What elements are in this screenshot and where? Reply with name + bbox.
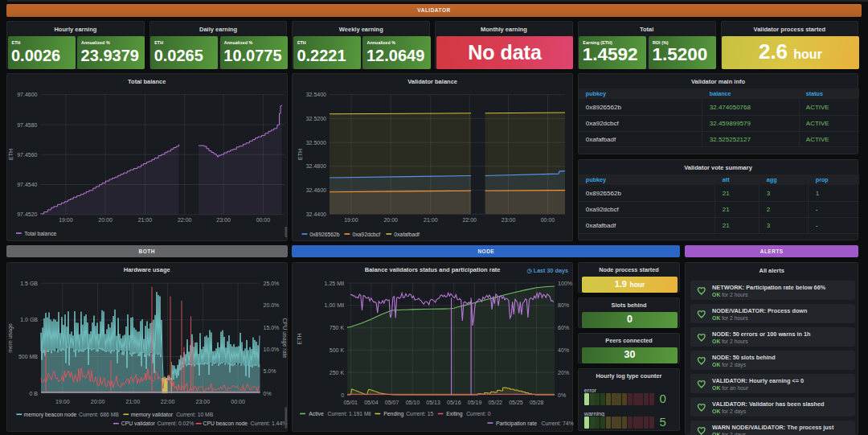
svg-text:Current: 0: Current: 0 (467, 411, 491, 417)
svg-text:19:00: 19:00 (59, 217, 73, 223)
svg-text:Pending: Pending (384, 411, 404, 417)
svg-text:97.4540: 97.4540 (17, 182, 37, 187)
svg-text:Current: 1.191 Mil: Current: 1.191 Mil (328, 411, 372, 417)
svg-text:Current: 686 MB: Current: 686 MB (79, 411, 119, 417)
svg-text:250 K: 250 K (330, 369, 345, 375)
svg-text:97.4520: 97.4520 (17, 211, 37, 217)
svg-text:00:00: 00:00 (541, 217, 555, 223)
svg-text:32.5200: 32.5200 (306, 116, 326, 121)
svg-text:0x8926562b: 0x8926562b (310, 232, 341, 237)
svg-text:23:00: 23:00 (196, 399, 211, 404)
svg-text:CPU validator: CPU validator (121, 421, 156, 426)
svg-text:0 B: 0 B (29, 390, 38, 396)
svg-text:1.0 GB: 1.0 GB (20, 317, 38, 322)
svg-text:0%: 0% (558, 392, 566, 397)
svg-text:32.5000: 32.5000 (306, 140, 326, 146)
svg-text:21:00: 21:00 (138, 217, 153, 223)
svg-text:19:00: 19:00 (55, 399, 70, 404)
svg-text:20:00: 20:00 (98, 217, 113, 223)
svg-text:97.4560: 97.4560 (17, 152, 37, 158)
svg-text:0%: 0% (264, 390, 272, 396)
svg-text:ETH: ETH (297, 149, 303, 160)
svg-text:00:00: 00:00 (231, 399, 245, 404)
svg-text:memory validator: memory validator (131, 411, 174, 417)
svg-text:00:00: 00:00 (256, 217, 271, 223)
svg-text:05/10: 05/10 (406, 400, 420, 405)
svg-text:5.0%: 5.0% (264, 368, 276, 374)
svg-text:23:00: 23:00 (216, 217, 231, 223)
svg-text:Current: 0.02%: Current: 0.02% (158, 421, 194, 426)
svg-text:25.0%: 25.0% (264, 280, 280, 285)
svg-text:05/13: 05/13 (427, 400, 441, 405)
svg-text:80%: 80% (558, 302, 569, 308)
svg-text:Participation rate: Participation rate (496, 420, 537, 426)
svg-text:15.0%: 15.0% (264, 324, 280, 330)
svg-text:32.4600: 32.4600 (306, 187, 326, 193)
svg-text:05/07: 05/07 (385, 400, 399, 405)
svg-text:Current: 15: Current: 15 (407, 411, 434, 417)
svg-text:21:00: 21:00 (424, 217, 438, 223)
svg-text:05/25: 05/25 (510, 400, 524, 405)
svg-text:23:00: 23:00 (502, 217, 516, 223)
svg-text:20%: 20% (558, 369, 569, 375)
svg-text:1.25 Mil: 1.25 Mil (325, 280, 345, 285)
svg-text:22:00: 22:00 (178, 217, 192, 223)
svg-text:mem usage: mem usage (7, 323, 14, 353)
svg-text:97.4580: 97.4580 (17, 122, 37, 128)
svg-text:20:00: 20:00 (91, 399, 105, 404)
svg-text:32.4800: 32.4800 (306, 163, 326, 169)
svg-text:0xa92dcbcf: 0xa92dcbcf (353, 232, 381, 237)
svg-text:Current: 1.44%: Current: 1.44% (251, 421, 288, 426)
svg-text:memory beacon node: memory beacon node (24, 411, 77, 417)
svg-text:0xafafbadf: 0xafafbadf (395, 232, 420, 237)
svg-text:19:00: 19:00 (345, 217, 359, 223)
svg-text:Total balance: Total balance (24, 231, 56, 236)
svg-text:750 K: 750 K (330, 325, 345, 330)
svg-text:05/16: 05/16 (447, 400, 461, 405)
svg-text:05/01: 05/01 (344, 400, 358, 405)
svg-text:05/28: 05/28 (530, 400, 544, 405)
svg-text:ETH: ETH (8, 149, 14, 160)
svg-text:1.00 Mil: 1.00 Mil (325, 302, 345, 308)
svg-text:CPU beacon node: CPU beacon node (203, 421, 248, 426)
svg-text:05/04: 05/04 (365, 400, 379, 405)
svg-text:Exiting: Exiting (447, 411, 464, 417)
svg-text:CPU usage rate: CPU usage rate (281, 318, 288, 358)
svg-text:ETH: ETH (297, 333, 302, 344)
svg-text:500 MB: 500 MB (18, 354, 38, 359)
svg-text:40%: 40% (558, 347, 569, 352)
svg-text:97.4600: 97.4600 (17, 92, 37, 97)
svg-text:500 K: 500 K (330, 347, 345, 352)
svg-text:05/22: 05/22 (489, 400, 503, 405)
svg-text:Current: 74%: Current: 74% (542, 420, 574, 425)
svg-text:32.5400: 32.5400 (306, 92, 326, 97)
svg-text:100%: 100% (558, 280, 572, 285)
svg-text:20.0%: 20.0% (264, 302, 280, 308)
svg-text:10.0%: 10.0% (264, 346, 280, 351)
svg-text:05/19: 05/19 (468, 400, 482, 405)
svg-text:Current: 10 MB: Current: 10 MB (176, 411, 214, 417)
svg-text:21:00: 21:00 (126, 399, 141, 404)
svg-text:22:00: 22:00 (463, 217, 477, 223)
svg-text:22:00: 22:00 (161, 399, 175, 404)
svg-text:32.4400: 32.4400 (306, 211, 326, 217)
svg-text:Active: Active (309, 411, 325, 417)
svg-text:20:00: 20:00 (384, 217, 399, 223)
svg-text:1.5 GB: 1.5 GB (20, 280, 38, 285)
svg-text:0: 0 (342, 392, 345, 397)
svg-text:60%: 60% (558, 325, 569, 330)
